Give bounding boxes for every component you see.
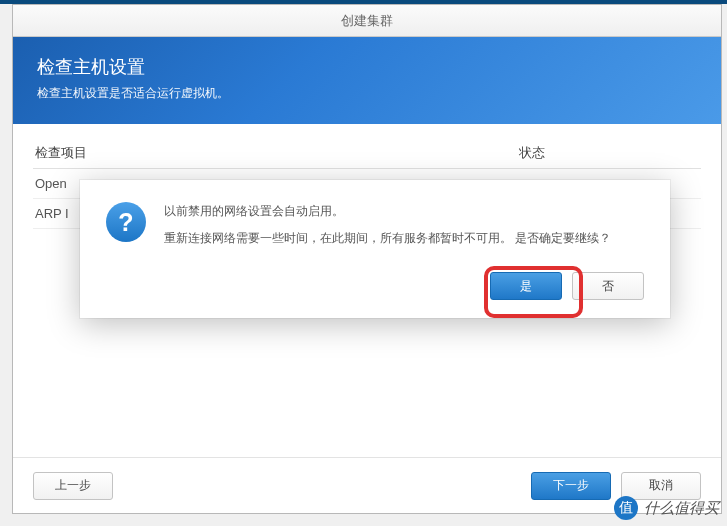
no-button[interactable]: 否 — [572, 272, 644, 300]
no-button-label: 否 — [602, 278, 614, 295]
watermark: 值 什么值得买 — [614, 496, 719, 520]
confirm-dialog-body: ? 以前禁用的网络设置会自动启用。 重新连接网络需要一些时间，在此期间，所有服务… — [106, 202, 644, 248]
confirm-dialog-text: 以前禁用的网络设置会自动启用。 重新连接网络需要一些时间，在此期间，所有服务都暂… — [164, 202, 611, 248]
yes-button[interactable]: 是 — [490, 272, 562, 300]
watermark-badge-text: 值 — [619, 499, 633, 517]
wizard-header: 检查主机设置 检查主机设置是否适合运行虚拟机。 — [13, 37, 721, 124]
next-button[interactable]: 下一步 — [531, 472, 611, 500]
wizard-header-subtitle: 检查主机设置是否适合运行虚拟机。 — [37, 85, 697, 102]
grid-header-row: 检查项目 状态 — [33, 138, 701, 169]
next-button-label: 下一步 — [553, 477, 589, 494]
cancel-button-label: 取消 — [649, 477, 673, 494]
window-title: 创建集群 — [341, 12, 393, 30]
watermark-text: 什么值得买 — [644, 499, 719, 518]
confirm-dialog-line2: 重新连接网络需要一些时间，在此期间，所有服务都暂时不可用。 是否确定要继续？ — [164, 229, 611, 248]
grid-header-status: 状态 — [519, 144, 699, 162]
titlebar: 创建集群 — [13, 5, 721, 37]
watermark-badge-icon: 值 — [614, 496, 638, 520]
prev-button-label: 上一步 — [55, 477, 91, 494]
question-icon-glyph: ? — [118, 208, 133, 237]
prev-button[interactable]: 上一步 — [33, 472, 113, 500]
confirm-dialog-line1: 以前禁用的网络设置会自动启用。 — [164, 202, 611, 221]
wizard-header-title: 检查主机设置 — [37, 55, 697, 79]
grid-header-check-item: 检查项目 — [35, 144, 519, 162]
yes-button-label: 是 — [520, 278, 532, 295]
question-icon: ? — [106, 202, 146, 242]
confirm-dialog: ? 以前禁用的网络设置会自动启用。 重新连接网络需要一些时间，在此期间，所有服务… — [80, 180, 670, 318]
confirm-dialog-actions: 是 否 — [106, 272, 644, 300]
